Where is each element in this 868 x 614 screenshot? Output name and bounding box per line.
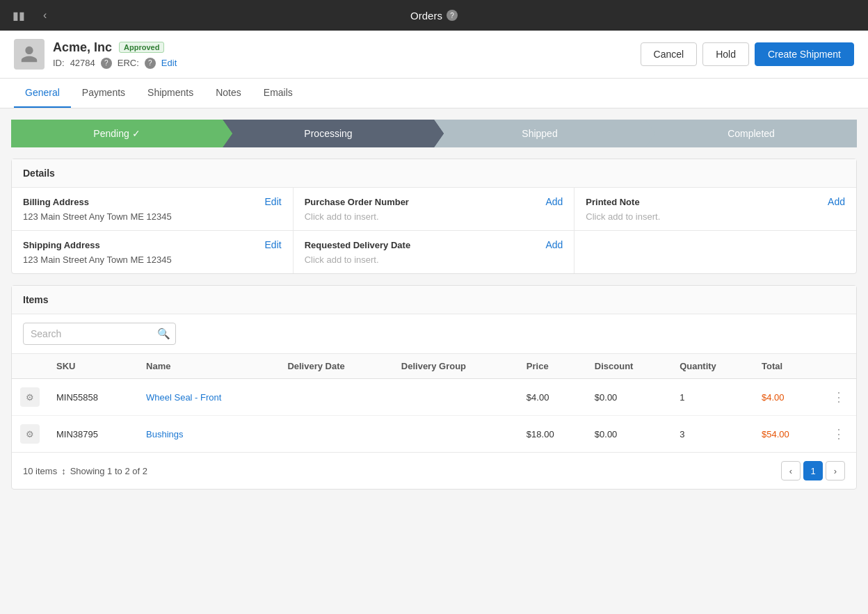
th-actions [821,354,856,379]
details-card: Details Billing Address Edit 123 Main St… [11,159,857,274]
processing-arrow-right [434,120,444,147]
th-delivery-date: Delivery Date [279,354,392,379]
main-content: Details Billing Address Edit 123 Main St… [0,147,868,501]
row-actions-cell: ⋮ [821,416,856,453]
search-input-wrap: 🔍 [23,323,176,345]
details-body: Billing Address Edit 123 Main Street Any… [12,188,856,273]
page-1-button[interactable]: 1 [803,461,823,480]
tab-general[interactable]: General [14,79,71,108]
shipping-value: 123 Main Street Any Town ME 12345 [23,255,282,265]
id-value: 42784 [70,58,95,68]
row-delivery-date [279,416,392,453]
erc-label: ERC: [118,58,139,68]
details-header: Details [12,159,856,188]
row-icon-cell: ⚙ [12,379,48,416]
status-step-pending: Pending ✓ [11,120,223,147]
delivery-date-cell: Requested Delivery Date Add Click add to… [294,231,575,273]
create-shipment-button[interactable]: Create Shipment [755,42,854,66]
row-delivery-date [279,379,392,416]
pending-label: Pending ✓ [93,128,140,139]
processing-label: Processing [304,128,352,139]
prev-page-button[interactable]: ‹ [781,461,801,480]
row-total: $54.00 [753,416,821,453]
erc-help-icon: ? [145,58,156,69]
id-label: ID: [53,58,65,68]
row-name: Wheel Seal - Front [138,379,279,416]
header-actions: Cancel Hold Create Shipment [641,42,854,66]
sidebar-toggle-button[interactable]: ▮▮ [7,6,31,25]
dd-placeholder: Click add to insert. [305,255,563,265]
table-row: ⚙ MIN55858 Wheel Seal - Front $4.00 $0.0… [12,379,856,416]
purchase-order-cell: Purchase Order Number Add Click add to i… [294,188,575,230]
pagination-info: 10 items ↕ Showing 1 to 2 of 2 [23,466,147,476]
shipping-label-row: Shipping Address Edit [23,239,282,250]
items-count: 10 items [23,466,57,476]
row-sku: MIN38795 [48,416,138,453]
shipping-edit-link[interactable]: Edit [265,239,282,250]
dd-add-link[interactable]: Add [545,239,563,250]
po-label-row: Purchase Order Number Add [305,196,563,207]
pn-add-link[interactable]: Add [828,196,845,207]
search-icon-button[interactable]: 🔍 [157,328,170,340]
po-add-link[interactable]: Add [545,196,563,207]
topbar: ▮▮ ‹ Orders ? [0,0,868,31]
next-page-button[interactable]: › [826,461,845,480]
dd-label-row: Requested Delivery Date Add [305,239,563,250]
company-info: Acme, Inc Approved ID: 42784 ? ERC: ? Ed… [14,39,177,70]
pn-label: Printed Note [586,197,639,207]
help-icon: ? [447,10,458,21]
tab-notes[interactable]: Notes [204,79,252,108]
items-card: Items 🔍 SKU Name Delivery Date Delivery … [11,285,857,490]
billing-edit-link[interactable]: Edit [265,196,282,207]
row-quantity: 3 [671,416,753,453]
status-step-completed: Completed [645,120,857,147]
row-total: $4.00 [753,379,821,416]
items-table: SKU Name Delivery Date Delivery Group Pr… [12,354,856,452]
row-menu-button[interactable]: ⋮ [830,424,848,444]
shipped-label: Shipped [522,128,557,139]
row-actions-cell: ⋮ [821,379,856,416]
tab-emails[interactable]: Emails [252,79,304,108]
company-name: Acme, Inc [53,40,112,55]
cancel-button[interactable]: Cancel [641,42,698,66]
row-name: Bushings [138,416,279,453]
search-bar: 🔍 [12,314,856,354]
back-button[interactable]: ‹ [38,6,52,25]
id-help-icon: ? [101,58,112,69]
page-header: Acme, Inc Approved ID: 42784 ? ERC: ? Ed… [0,31,868,79]
billing-label-row: Billing Address Edit [23,196,282,207]
erc-edit-link[interactable]: Edit [161,58,177,68]
search-input[interactable] [23,323,176,345]
completed-label: Completed [728,128,775,139]
printed-note-cell: Printed Note Add Click add to insert. [574,188,856,230]
row-price: $18.00 [518,416,586,453]
pending-arrow [223,120,232,147]
shipping-label: Shipping Address [23,240,100,250]
pn-placeholder: Click add to insert. [586,211,845,222]
tabs-bar: General Payments Shipments Notes Emails [0,79,868,108]
empty-cell [574,231,856,273]
hold-button[interactable]: Hold [702,42,749,66]
row-icon: ⚙ [20,387,40,407]
th-total: Total [753,354,821,379]
row-delivery-group [393,416,518,453]
row-icon: ⚙ [20,424,40,444]
row-quantity: 1 [671,379,753,416]
row-name-link[interactable]: Bushings [146,429,183,439]
row-name-link[interactable]: Wheel Seal - Front [146,392,221,403]
th-sku: SKU [48,354,138,379]
th-quantity: Quantity [671,354,753,379]
po-placeholder: Click add to insert. [305,211,563,222]
row-menu-button[interactable]: ⋮ [830,387,848,407]
th-name: Name [138,354,279,379]
status-step-shipped: Shipped [434,120,645,147]
tab-shipments[interactable]: Shipments [136,79,204,108]
tab-payments[interactable]: Payments [71,79,136,108]
avatar [14,39,45,70]
shipped-arrow-right [645,120,655,147]
billing-address-cell: Billing Address Edit 123 Main Street Any… [12,188,294,230]
company-meta: ID: 42784 ? ERC: ? Edit [53,58,177,69]
details-row-2: Shipping Address Edit 123 Main Street An… [12,230,856,273]
row-discount: $0.00 [586,379,671,416]
shipping-address-cell: Shipping Address Edit 123 Main Street An… [12,231,294,273]
